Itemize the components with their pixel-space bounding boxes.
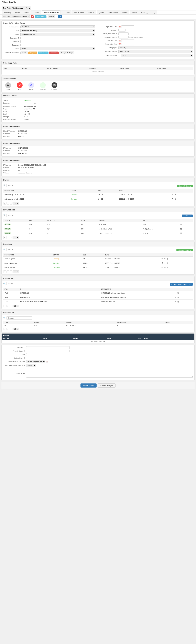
tab-billable[interactable]: Billable Items [72, 10, 86, 14]
cmd-suspend-button[interactable]: Suspend [28, 52, 37, 54]
tab-products[interactable]: Products/Services [42, 10, 61, 14]
res-page-next[interactable]: › [10, 328, 13, 330]
snap-edit-1[interactable]: ✏ [164, 257, 166, 260]
create-snapshot-button[interactable]: + Create Snapshot [177, 249, 193, 252]
tab-invoices[interactable]: Invoices [86, 10, 97, 14]
firewall-page-size[interactable]: 10 25 [13, 236, 19, 239]
override-auto-suspend-select[interactable]: Do not suspend until [26, 360, 45, 363]
reg-date-input[interactable]: 16/11/2022 [121, 26, 134, 28]
instance-id-input[interactable]: d9b3dcb0-f885-dbee-8d0b-71b96ab373b1 [26, 346, 70, 349]
username-input[interactable]: mytestdomain.com [20, 40, 95, 43]
auto-terminate-select[interactable]: Reason [26, 364, 36, 367]
snap-page-prev[interactable]: ‹ [3, 270, 6, 273]
new-addon-button[interactable]: + New Addon [35, 16, 47, 18]
add-rule-button[interactable]: + Add Rule [182, 214, 193, 217]
snap-restore-1[interactable]: ↺ [161, 257, 163, 260]
rdns-page-1[interactable]: 1 [6, 305, 9, 307]
recurring-input[interactable]: 40.95 [118, 36, 128, 38]
snap-delete-2[interactable]: 🗑 [166, 262, 169, 264]
backups-page-size[interactable]: 10 25 [13, 202, 19, 204]
cmd-terminate-button[interactable]: Terminate [49, 52, 59, 54]
rdns-delete-3[interactable]: 🗑 [177, 300, 179, 303]
snap-edit-3[interactable]: ✏ [164, 266, 166, 269]
stop-action[interactable]: ✕ Stop [15, 82, 25, 90]
tab-quotes[interactable]: Quotes [97, 10, 106, 14]
tab-notes[interactable]: Notes (1) [139, 10, 150, 14]
backup-restore-button-2[interactable]: ↺ [171, 198, 173, 200]
reserved-search-input[interactable] [6, 316, 32, 320]
res-page-1[interactable]: 1 [6, 328, 9, 330]
admin-notes-textarea[interactable] [26, 369, 193, 378]
rdns-page-size[interactable]: 10 25 [13, 305, 19, 307]
company-select[interactable]: Test Tester (Test Company) - #1 [2, 6, 31, 10]
cmd-unsuspend-button[interactable]: Unsuspend [38, 52, 48, 54]
subscription-id-input[interactable] [26, 357, 55, 359]
backup-restore-button-1[interactable]: ↺ [171, 193, 173, 196]
eye-icon[interactable]: 👁 [34, 102, 36, 104]
fw-page-1[interactable]: 1 [6, 236, 9, 239]
reserved-page-size[interactable]: 10 25 [13, 328, 19, 330]
domain-select[interactable]: Vultr VPS - mytestdomain.com [2, 15, 30, 18]
snap-restore-2[interactable]: ↺ [161, 262, 163, 264]
start-action[interactable]: ▶ Start [3, 82, 13, 90]
fw-delete-button-2[interactable]: 🗑 [180, 228, 182, 230]
first-payment-input[interactable]: 40.95 [118, 32, 128, 35]
page-prev[interactable]: ‹ [3, 202, 6, 204]
save-changes-button[interactable]: Save Changes [81, 384, 97, 388]
rdns-delete-1[interactable]: 🗑 [177, 292, 179, 294]
cmd-change-package-button[interactable]: Change Package [59, 52, 74, 54]
tab-log[interactable]: Log [150, 10, 157, 14]
fw-delete-button-1[interactable]: 🗑 [180, 223, 182, 226]
quantity-input[interactable]: 1 [118, 29, 126, 32]
server-select[interactable]: Vultr (1200 Accounts) [20, 29, 95, 32]
promo-select[interactable]: None [121, 54, 193, 57]
tab-domains[interactable]: Domains [61, 10, 72, 14]
tab-summary[interactable]: Summary [2, 10, 13, 14]
next-due-input[interactable]: 16/11/2023 [121, 39, 134, 42]
schedule-backup-button[interactable]: Schedule Backup [177, 184, 193, 187]
payment-method-select[interactable]: Bank Transfer [118, 50, 193, 53]
snap-delete-3[interactable]: 🗑 [166, 266, 169, 269]
rdns-edit-2[interactable]: ✏ [174, 296, 177, 299]
rdns-delete-2[interactable]: 🗑 [177, 296, 179, 299]
tab-users[interactable]: Users [22, 10, 30, 14]
billing-cycle-select[interactable]: Annually [118, 46, 193, 49]
snapshots-page-size[interactable]: 10 25 [13, 270, 19, 273]
rdns-edit-3[interactable]: ✏ [174, 300, 177, 303]
cancel-changes-button[interactable]: Cancel Changes [98, 384, 115, 388]
tab-tickets[interactable]: Tickets [120, 10, 130, 14]
backup-delete-button-2[interactable]: 🗑 [174, 198, 177, 200]
snap-edit-2[interactable]: ✏ [164, 262, 166, 264]
rdns-edit-1[interactable]: ✏ [174, 292, 177, 294]
rebuild-action[interactable]: ⟳ Rebuild [26, 82, 36, 90]
snap-page-next[interactable]: › [10, 270, 13, 273]
more-button[interactable]: More ▾ [48, 15, 55, 18]
backups-search-input[interactable] [6, 184, 32, 187]
label-field-input[interactable] [26, 353, 55, 356]
dedicated-ip-input[interactable]: 199.247.5.228 [20, 37, 95, 39]
tab-transactions[interactable]: Transactions [106, 10, 120, 14]
product-service-select[interactable]: Vultr VPS [20, 26, 95, 28]
password-input[interactable]: MnTCP5NtHrUJW88 [20, 44, 95, 46]
console-action[interactable]: ⌨ Console [49, 82, 60, 90]
reinstall-action[interactable]: ↓ Reinstall [38, 82, 48, 90]
cmd-create-button[interactable]: Create [20, 52, 28, 54]
fw-page-prev[interactable]: ‹ [3, 236, 6, 239]
rdns-search-input[interactable] [6, 282, 32, 285]
page-next[interactable]: › [10, 202, 13, 204]
go-button[interactable]: Go [58, 16, 62, 18]
firewall-group-id-input[interactable]: a6f0d401-29f0-4c4e-9bce-c0598c0225fb [26, 350, 70, 352]
status-select[interactable]: Active [20, 47, 95, 50]
red-square-button[interactable]: ■ [31, 16, 34, 18]
tab-emails[interactable]: Emails [130, 10, 139, 14]
res-page-prev[interactable]: ‹ [3, 328, 6, 330]
snapshots-search-input[interactable] [6, 248, 32, 251]
fw-page-next[interactable]: › [10, 236, 13, 239]
tab-contacts[interactable]: Contacts [31, 10, 41, 14]
tab-profile[interactable]: Profile [13, 10, 22, 14]
rdns-page-prev[interactable]: ‹ [3, 305, 6, 307]
termination-input[interactable] [121, 43, 134, 46]
snap-restore-3[interactable]: ↺ [161, 266, 163, 269]
domain-field-select[interactable]: mytestdomain.com [20, 33, 95, 36]
snap-delete-1[interactable]: 🗑 [166, 257, 169, 260]
